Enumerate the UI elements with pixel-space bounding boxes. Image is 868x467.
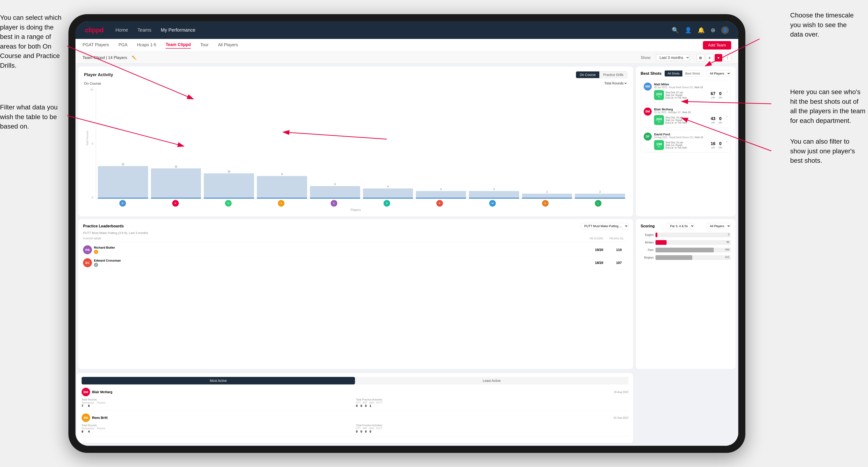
- shot-card[interactable]: BM Blair McHarg 23 Jul 2023 · Aldridge G…: [641, 105, 731, 128]
- arg-value: 0: [365, 404, 367, 408]
- best-shots-tab[interactable]: Best Shots: [682, 70, 703, 76]
- tournament-label: Tournament: [82, 401, 94, 404]
- bar-group: 2: [575, 191, 625, 198]
- score-bar-row: Bogeys 315: [641, 255, 731, 260]
- subnav-hcaps[interactable]: Hcaps 1-5: [137, 42, 156, 49]
- subnav-team-clippd[interactable]: Team Clippd: [165, 42, 191, 49]
- col-pb-avg: PB AVG SQ: [610, 237, 628, 240]
- shot-stat-2: 0 yds: [717, 116, 724, 124]
- shot-chevron-icon[interactable]: ›: [726, 114, 728, 119]
- shot-chevron-icon[interactable]: ›: [726, 139, 728, 144]
- shot-end-lie: End Lie: In The Hole: [665, 121, 709, 124]
- active-rounds-section: Total Rounds TournamentPractice 84: [82, 424, 354, 433]
- scoring-players-dropdown[interactable]: All Players: [706, 223, 731, 229]
- search-icon[interactable]: 🔍: [672, 27, 679, 33]
- add-team-button[interactable]: Add Team: [703, 41, 731, 50]
- shot-score-unit: SG: [658, 121, 660, 123]
- score-bar-fill: [655, 255, 692, 260]
- on-course-toggle[interactable]: On Course: [576, 71, 599, 78]
- lb-row[interactable]: RB Richard Butler 1 19/20 110: [83, 243, 628, 256]
- practice-drills-toggle[interactable]: Practice Drills: [599, 71, 627, 78]
- tournament-label: Tournament: [82, 427, 94, 430]
- score-bar-row: Pars 499: [641, 248, 731, 252]
- sub-navigation: PGAT Players PGA Hcaps 1-5 Team Clippd T…: [75, 39, 738, 52]
- bar-fill: [204, 173, 254, 198]
- grid-view-button[interactable]: ⊞: [697, 54, 704, 62]
- lb-pb-avg: 107: [610, 261, 628, 264]
- bar-value-label: 3: [493, 188, 495, 191]
- shot-stat-2: 0 yds: [717, 91, 724, 99]
- bar-fill: [310, 186, 360, 198]
- nav-my-performance[interactable]: My Performance: [161, 27, 195, 33]
- user-icon[interactable]: 👤: [685, 27, 692, 33]
- shot-card[interactable]: MM Matt Miller 09 Jun 2023 · Royal North…: [641, 80, 731, 102]
- shot-stat-1: 67 yds: [711, 91, 715, 99]
- bar-group: 5: [310, 183, 360, 198]
- most-active-tab[interactable]: Most Active: [82, 377, 355, 384]
- plus-circle-icon[interactable]: ⊕: [711, 27, 715, 33]
- app-label: APP: [363, 427, 367, 430]
- score-bar-fill: [655, 240, 666, 245]
- shot-chevron-icon[interactable]: ›: [726, 89, 728, 94]
- score-bar-row: Eagles 3: [641, 232, 731, 237]
- active-player-avatar: BM: [82, 388, 90, 396]
- shot-stats-row: 200 SG Shot Dist: 67 yds Start Lie: Roug…: [654, 90, 724, 100]
- lb-rows: RB Richard Butler 1 19/20 110 EC Edward …: [83, 243, 628, 269]
- app-label: APP: [363, 401, 367, 404]
- total-rounds-dropdown[interactable]: Total Rounds: [603, 81, 627, 85]
- score-bar-fill: [655, 248, 714, 252]
- tablet-screen: clippd Home Teams My Performance 🔍 👤 🔔 ⊕…: [75, 21, 738, 446]
- lb-avatar: RB: [83, 245, 92, 254]
- scoring-title: Scoring: [641, 224, 655, 228]
- annotation-top-left: You can select which player is doing the…: [0, 13, 64, 70]
- all-shots-tab[interactable]: All Shots: [665, 70, 682, 76]
- active-player-avatar: RB: [82, 413, 90, 422]
- heart-view-button[interactable]: ♥: [715, 54, 722, 62]
- putt-label: PUTT: [376, 401, 382, 404]
- lb-player-name: Edward Crossman: [94, 259, 121, 262]
- bar-value-label: 12: [175, 165, 177, 168]
- subnav-pgat-players[interactable]: PGAT Players: [83, 42, 109, 49]
- subnav-tour[interactable]: Tour: [200, 42, 209, 49]
- active-rounds-sublabels: TournamentPractice: [82, 401, 354, 404]
- bar-value-label: 4: [387, 185, 389, 188]
- avatar-icon[interactable]: 👤: [721, 26, 729, 34]
- lb-row[interactable]: EC Edward Crossman 2 18/20 107: [83, 256, 628, 269]
- shot-avatar: BM: [644, 107, 652, 116]
- edit-team-icon[interactable]: ✏️: [132, 55, 136, 60]
- subnav-pga[interactable]: PGA: [118, 42, 127, 49]
- list-view-button[interactable]: ≡: [706, 54, 713, 62]
- nav-teams[interactable]: Teams: [137, 27, 151, 33]
- subnav-all-players[interactable]: All Players: [218, 42, 238, 49]
- shot-score-badge: 198 SG: [654, 140, 664, 150]
- y-label-10: 10: [90, 88, 93, 91]
- shot-info-col: Shot Dist: 16 yds Start Lie: Rough End L…: [665, 141, 709, 149]
- all-players-dropdown[interactable]: All Players: [706, 70, 731, 76]
- score-bar-wrap: 96: [655, 240, 731, 245]
- top-navigation: clippd Home Teams My Performance 🔍 👤 🔔 ⊕…: [75, 21, 738, 39]
- settings-view-button[interactable]: ⋮: [724, 54, 731, 62]
- bar-fill: [151, 168, 201, 198]
- shot-card[interactable]: DF David Ford 24 Aug 2023 · Royal North …: [641, 130, 731, 153]
- scoring-panel: Scoring Par 3, 4 & 5s All Players Eagles…: [636, 219, 736, 369]
- nav-home[interactable]: Home: [115, 27, 128, 33]
- active-players-list: BM Blair McHarg 26 Aug 2023 Total Rounds…: [82, 388, 628, 439]
- shot-dist: Shot Dist: 43 yds: [665, 116, 709, 119]
- y-axis-title: Total Rounds: [86, 130, 89, 146]
- active-stats-grid: Total Rounds TournamentPractice 84 Total…: [82, 424, 628, 433]
- active-player-date: 02 Sep 2023: [614, 416, 628, 419]
- bar-fill: [522, 194, 572, 198]
- practice-type-dropdown[interactable]: PUTT Must Make Putting ...: [581, 223, 628, 229]
- annotation-bottom-right-2: You can also filter to show just one pla…: [790, 137, 866, 165]
- show-period-dropdown[interactable]: Last 3 months: [656, 54, 690, 61]
- bar-value-label: 2: [599, 191, 601, 193]
- bell-icon[interactable]: 🔔: [698, 27, 705, 33]
- shot-score-number: 198: [656, 142, 662, 146]
- lb-player-info: Richard Butler 1: [94, 246, 115, 254]
- least-active-tab[interactable]: Least Active: [355, 377, 628, 384]
- lb-rank-badge: 1: [94, 250, 98, 254]
- active-player-name: Rees Britt: [92, 416, 612, 419]
- active-rounds-section: Total Rounds TournamentPractice 76: [82, 398, 354, 408]
- bar-value-label: 5: [334, 183, 336, 186]
- scoring-par-dropdown[interactable]: Par 3, 4 & 5s: [666, 223, 694, 229]
